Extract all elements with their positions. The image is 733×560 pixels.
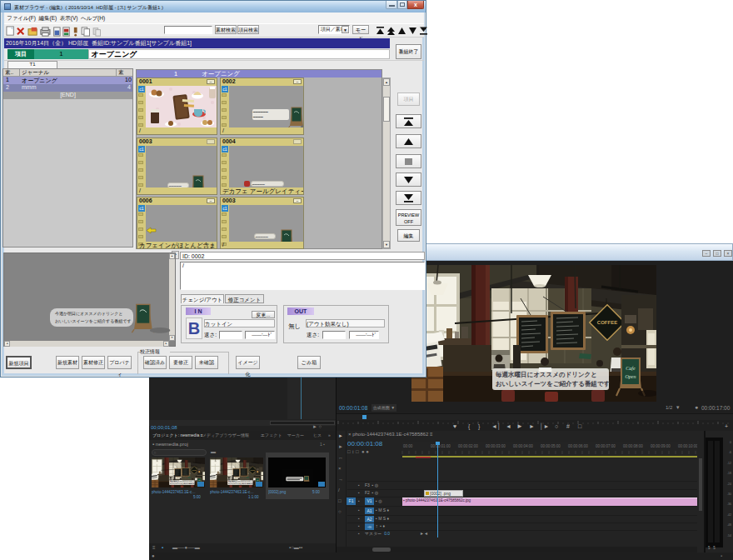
svg-text:00:00:09:00: 00:00:09:00 bbox=[651, 444, 671, 448]
svg-text:00:00:02:00: 00:00:02:00 bbox=[458, 444, 478, 448]
svg-text:00:00: 00:00 bbox=[403, 444, 413, 448]
svg-text:00:00:08:00: 00:00:08:00 bbox=[623, 444, 643, 448]
svg-text:00:00:04:00: 00:00:04:00 bbox=[513, 444, 533, 448]
svg-text:00:00:05:00: 00:00:05:00 bbox=[541, 444, 561, 448]
svg-text:00:00:06:00: 00:00:06:00 bbox=[568, 444, 588, 448]
svg-text:00:00:03:00: 00:00:03:00 bbox=[486, 444, 506, 448]
svg-text:00:00:10:00: 00:00:10:00 bbox=[678, 444, 698, 448]
svg-text:00:00:07:00: 00:00:07:00 bbox=[596, 444, 616, 448]
svg-text:00:00:01:00: 00:00:01:00 bbox=[431, 444, 451, 448]
